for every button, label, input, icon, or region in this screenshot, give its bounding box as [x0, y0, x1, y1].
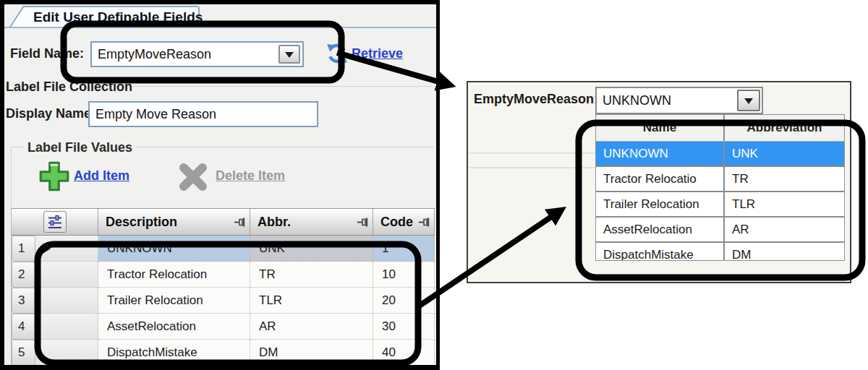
dropdown-abbr-cell[interactable]: TLR: [725, 192, 844, 216]
code-cell[interactable]: 10: [373, 262, 435, 288]
dropdown-row[interactable]: UNKNOWNUNK: [596, 142, 844, 167]
row-number-cell[interactable]: 5: [12, 340, 35, 365]
description-cell[interactable]: DispatchMistake: [98, 340, 250, 365]
edit-user-definable-fields-content: Edit User Definable Fields Field Name: E…: [4, 4, 436, 365]
chevron-down-icon: [744, 98, 753, 108]
abbr-cell[interactable]: TR: [250, 262, 373, 288]
tab-edit-user-definable-fields[interactable]: Edit User Definable Fields: [9, 6, 200, 28]
dropdown-name-cell[interactable]: UNKNOWN: [596, 142, 725, 165]
chevron-down-icon: [285, 52, 294, 62]
group-caption-line: [133, 86, 431, 87]
form-row-divider: [469, 167, 595, 168]
dropdown-abbr-cell[interactable]: UNK: [725, 142, 844, 165]
column-header-label: Abbr.: [258, 215, 291, 230]
dropdown-abbr-cell[interactable]: DM: [725, 243, 844, 261]
delete-item-button[interactable]: Delete Item: [216, 168, 285, 184]
dropdown-list: Name Abbreviation UNKNOWNUNKTractor Relo…: [595, 114, 845, 261]
row-indicator-cell[interactable]: [35, 288, 98, 314]
grid-corner-header[interactable]: [12, 209, 98, 236]
grid-header-row: Description Abbr.: [12, 209, 435, 236]
table-row[interactable]: 5DispatchMistakeDM40: [12, 340, 435, 365]
current-row-indicator-icon: [43, 244, 51, 254]
row-indicator-cell[interactable]: [35, 314, 98, 340]
table-row[interactable]: 2Tractor RelocationTR10: [12, 262, 435, 288]
customize-columns-icon[interactable]: [43, 211, 67, 233]
description-cell[interactable]: Trailer Relocation: [98, 288, 250, 314]
abbr-cell[interactable]: TLR: [250, 288, 373, 314]
dropdown-header-row: Name Abbreviation: [596, 115, 844, 142]
tab-label: Edit User Definable Fields: [33, 9, 203, 25]
table-row[interactable]: 4AssetRelocationAR30: [12, 314, 435, 340]
dropdown-name-cell[interactable]: Trailer Relocation: [596, 192, 725, 216]
description-cell[interactable]: AssetRelocation: [98, 314, 250, 340]
add-item-button[interactable]: Add Item: [74, 168, 129, 184]
row-number-cell[interactable]: 1: [12, 236, 35, 262]
row-number-cell[interactable]: 3: [12, 288, 35, 314]
code-cell[interactable]: 30: [373, 314, 435, 340]
abbr-cell[interactable]: DM: [250, 340, 373, 365]
column-header-code[interactable]: Code: [373, 209, 435, 236]
description-cell[interactable]: UNKNOWN: [98, 236, 250, 262]
label-values-grid: Description Abbr.: [11, 208, 435, 365]
label-file-collection-caption: Label File Collection: [6, 79, 132, 95]
row-indicator-cell[interactable]: [35, 340, 98, 365]
abbr-cell[interactable]: UNK: [250, 236, 373, 262]
screenshot-root: Edit User Definable Fields Field Name: E…: [0, 0, 868, 370]
empty-move-reason-dropdown-button[interactable]: [737, 90, 760, 111]
description-cell[interactable]: Tractor Relocation: [98, 262, 250, 288]
dropdown-name-cell[interactable]: Tractor Relocatio: [596, 167, 725, 191]
row-indicator-cell[interactable]: [35, 262, 98, 288]
edit-user-definable-fields-window: Edit User Definable Fields Field Name: E…: [0, 0, 440, 370]
row-indicator-cell[interactable]: [35, 236, 98, 262]
field-name-combobox[interactable]: EmptyMoveReason: [90, 41, 304, 67]
delete-x-icon[interactable]: [176, 162, 210, 195]
dropdown-row[interactable]: AssetRelocationAR: [596, 218, 844, 243]
field-name-label: Field Name:: [10, 46, 84, 61]
empty-move-reason-value: UNKNOWN: [603, 88, 671, 113]
display-name-value: Empty Move Reason: [95, 103, 216, 126]
dropdown-row[interactable]: Trailer RelocationTLR: [596, 192, 844, 218]
tabstrip-divider: [4, 27, 436, 28]
empty-move-reason-form: EmptyMoveReason: UNKNOWN Name Abbreviati…: [467, 81, 851, 283]
empty-move-reason-combobox[interactable]: UNKNOWN: [595, 87, 763, 114]
table-row[interactable]: 3Trailer RelocationTLR20: [12, 288, 435, 314]
column-header-label: Code: [380, 215, 413, 230]
dropdown-header-name: Name: [596, 115, 725, 141]
table-row[interactable]: 1UNKNOWNUNK1: [12, 236, 435, 262]
pin-icon[interactable]: [418, 216, 430, 231]
row-number-cell[interactable]: 4: [12, 314, 35, 340]
dropdown-abbr-cell[interactable]: AR: [725, 218, 844, 241]
grid-body: 1UNKNOWNUNK12Tractor RelocationTR103Trai…: [12, 236, 435, 365]
empty-move-reason-label: EmptyMoveReason:: [474, 92, 598, 107]
dropdown-row[interactable]: Tractor RelocatioTR: [596, 167, 844, 192]
dropdown-header-abbreviation: Abbreviation: [725, 115, 844, 141]
column-header-label: Description: [106, 215, 177, 230]
field-name-dropdown-button[interactable]: [278, 45, 300, 64]
abbr-cell[interactable]: AR: [250, 314, 373, 340]
pin-icon[interactable]: [234, 216, 246, 231]
display-name-label: Display Name:: [6, 106, 95, 121]
column-header-description[interactable]: Description: [98, 209, 250, 236]
dropdown-row[interactable]: DispatchMistakeDM: [596, 243, 844, 261]
refresh-icon[interactable]: [326, 42, 349, 68]
form-row-divider: [469, 152, 595, 154]
dropdown-name-cell[interactable]: AssetRelocation: [596, 218, 725, 241]
field-name-value: EmptyMoveReason: [98, 43, 211, 66]
column-header-abbr[interactable]: Abbr.: [250, 209, 373, 236]
dropdown-name-cell[interactable]: DispatchMistake: [596, 243, 725, 261]
code-cell[interactable]: 1: [373, 236, 435, 262]
dropdown-abbr-cell[interactable]: TR: [725, 167, 844, 191]
display-name-input[interactable]: Empty Move Reason: [88, 101, 318, 127]
dropdown-body: UNKNOWNUNKTractor RelocatioTRTrailer Rel…: [596, 142, 844, 261]
label-file-values-caption: Label File Values: [23, 140, 137, 155]
code-cell[interactable]: 40: [373, 340, 435, 365]
pin-icon[interactable]: [357, 216, 369, 231]
retrieve-link[interactable]: Retrieve: [352, 46, 403, 61]
row-number-cell[interactable]: 2: [12, 262, 35, 288]
code-cell[interactable]: 20: [373, 288, 435, 314]
plus-icon[interactable]: [38, 159, 70, 197]
